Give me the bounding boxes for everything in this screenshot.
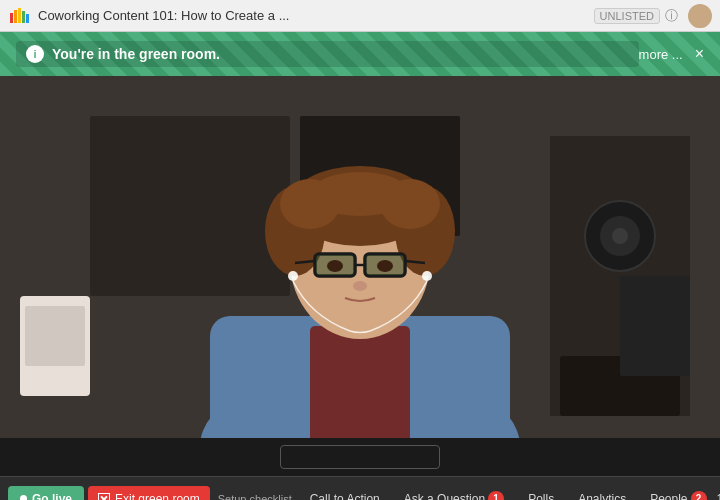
video-area — [0, 76, 720, 438]
viewer-count: 11 — [717, 492, 720, 501]
people-label: People — [650, 492, 687, 501]
svg-point-49 — [353, 281, 367, 291]
banner-info: i You're in the green room. — [16, 41, 639, 67]
banner-close-button[interactable]: × — [695, 46, 704, 62]
green-room-banner: i You're in the green room. more ... × — [0, 32, 720, 76]
call-to-action-label: Call to Action — [310, 492, 380, 501]
svg-point-51 — [422, 271, 432, 281]
svg-rect-2 — [18, 8, 21, 23]
people-badge: 2 — [691, 491, 707, 501]
svg-point-47 — [327, 260, 343, 272]
ask-question-button[interactable]: Ask a Question 1 — [398, 487, 510, 501]
logo-icon — [8, 5, 30, 27]
more-link[interactable]: more ... — [639, 47, 683, 62]
call-to-action-button[interactable]: Call to Action — [304, 488, 386, 501]
analytics-label: Analytics — [578, 492, 626, 501]
banner-text: You're in the green room. — [52, 46, 220, 62]
svg-rect-0 — [10, 13, 13, 23]
svg-point-39 — [310, 172, 410, 216]
title-bar: Coworking Content 101: How to Create a .… — [0, 0, 720, 32]
svg-point-56 — [612, 228, 628, 244]
exit-icon — [98, 493, 110, 501]
analytics-button[interactable]: Analytics — [572, 488, 632, 501]
svg-point-48 — [377, 260, 393, 272]
chat-input[interactable] — [280, 445, 440, 469]
people-section: People 2 11 — [644, 487, 720, 501]
video-feed — [0, 76, 720, 438]
info-icon[interactable]: ⓘ — [665, 7, 678, 25]
polls-label: Polls — [528, 492, 554, 501]
svg-point-6 — [692, 20, 708, 28]
svg-rect-3 — [22, 11, 25, 23]
polls-button[interactable]: Polls — [522, 488, 560, 501]
ask-question-label: Ask a Question — [404, 492, 485, 501]
setup-checklist-label: Setup checklist — [218, 493, 292, 501]
page-title: Coworking Content 101: How to Create a .… — [38, 8, 594, 23]
svg-rect-1 — [14, 10, 17, 23]
ask-question-badge: 1 — [488, 491, 504, 501]
exit-label: Exit green room — [115, 492, 200, 501]
people-button[interactable]: People 2 — [644, 487, 712, 501]
user-avatar[interactable] — [688, 4, 712, 28]
go-live-label: Go live — [32, 492, 72, 501]
svg-point-5 — [695, 8, 705, 18]
live-dot — [20, 495, 27, 500]
go-live-button[interactable]: Go live — [8, 486, 84, 501]
svg-point-50 — [288, 271, 298, 281]
svg-rect-28 — [620, 276, 690, 376]
svg-rect-53 — [25, 306, 85, 366]
unlisted-badge: UNLISTED — [594, 8, 660, 24]
svg-rect-31 — [310, 326, 410, 438]
exit-green-room-button[interactable]: Exit green room — [88, 486, 210, 501]
svg-rect-4 — [26, 14, 29, 23]
toolbar: Go live Exit green room Setup checklist … — [0, 476, 720, 500]
banner-info-icon: i — [26, 45, 44, 63]
input-bar — [0, 438, 720, 476]
